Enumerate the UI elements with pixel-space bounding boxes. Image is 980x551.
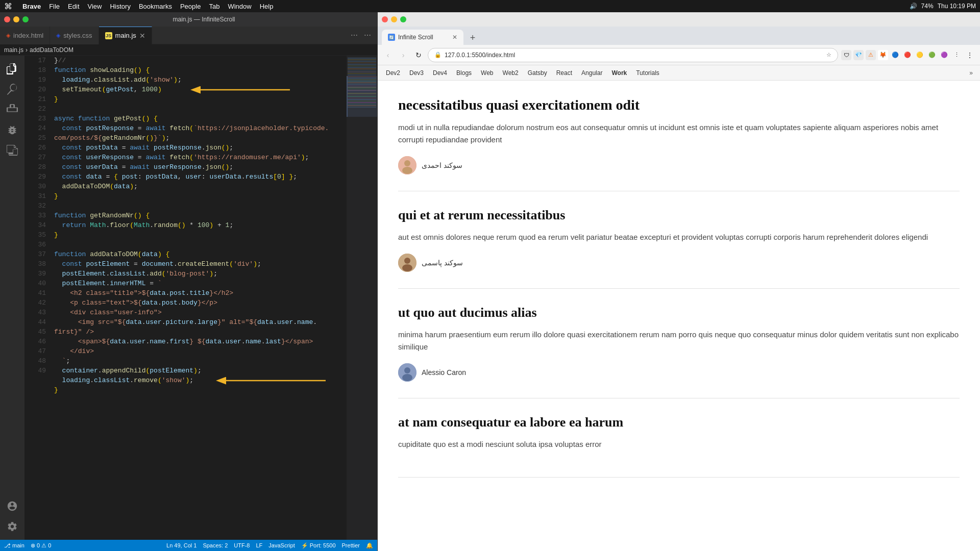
reload-button[interactable]: ↻ bbox=[412, 49, 425, 61]
bookmark-react[interactable]: React bbox=[552, 68, 576, 78]
menu-help[interactable]: Help bbox=[260, 3, 274, 10]
minimap bbox=[347, 56, 377, 540]
bookmark-web2[interactable]: Web2 bbox=[499, 68, 523, 78]
back-button[interactable]: ‹ bbox=[382, 49, 394, 61]
menu-edit[interactable]: Edit bbox=[68, 3, 79, 10]
browser-window: 🔄 Infinite Scroll ✕ + ‹ › ↻ 🔒 127.0.0.1:… bbox=[378, 12, 980, 551]
activity-extensions[interactable] bbox=[3, 141, 21, 160]
new-tab-button[interactable]: + bbox=[465, 31, 480, 45]
forward-button[interactable]: › bbox=[397, 49, 409, 61]
svg-point-6 bbox=[402, 167, 412, 174]
ext-1[interactable]: 🦊 bbox=[878, 50, 888, 60]
language: JavaScript bbox=[268, 542, 295, 549]
line-ending: LF bbox=[256, 542, 263, 549]
apple-menu[interactable]: ⌘ bbox=[4, 2, 12, 11]
datetime: Thu 10:19 PM bbox=[938, 3, 976, 10]
menu-people[interactable]: People bbox=[180, 3, 201, 10]
bookmarks-more-button[interactable]: » bbox=[966, 68, 976, 78]
activity-search[interactable] bbox=[3, 80, 21, 98]
blog-post-4: at nam consequatur ea labore ea harum cu… bbox=[398, 398, 960, 478]
ext-wallet[interactable]: 💎 bbox=[853, 50, 864, 60]
post-2-avatar bbox=[398, 254, 416, 272]
ext-brave-shield[interactable]: 🛡 bbox=[841, 50, 851, 60]
tab-index-html[interactable]: ◈ index.html bbox=[0, 27, 50, 44]
bookmark-dev3[interactable]: Dev3 bbox=[405, 68, 428, 78]
activity-git[interactable] bbox=[3, 101, 21, 119]
activity-settings[interactable] bbox=[3, 517, 21, 536]
code-content: }// function showLoading() { loading.cla… bbox=[50, 56, 347, 540]
bookmark-work[interactable]: Work bbox=[607, 68, 631, 78]
browser-close[interactable] bbox=[382, 16, 388, 22]
chrome-tab-close-icon[interactable]: ✕ bbox=[452, 34, 457, 41]
split-editor-icon[interactable]: ⋯ bbox=[349, 30, 360, 40]
browser-minimize[interactable] bbox=[391, 16, 397, 22]
tab-close-icon[interactable]: ✕ bbox=[139, 32, 145, 39]
bookmark-dev2[interactable]: Dev2 bbox=[382, 68, 404, 78]
post-2-body: aut est omnis dolores neque rerum quod e… bbox=[398, 231, 960, 243]
activity-account[interactable] bbox=[3, 497, 21, 515]
tab-styles-css[interactable]: ◈ styles.css bbox=[50, 27, 99, 44]
tab-main-js[interactable]: JS main.js ✕ bbox=[99, 27, 152, 44]
menu-file[interactable]: File bbox=[49, 3, 60, 10]
tab-styles-label: styles.css bbox=[63, 32, 92, 39]
editor-window: main.js — InfiniteScroll ◈ index.html ◈ … bbox=[0, 12, 378, 551]
tab-actions: ⋯ ⋯ bbox=[349, 30, 377, 40]
tab-main-label: main.js bbox=[115, 32, 136, 39]
ext-5[interactable]: 🟢 bbox=[927, 50, 937, 60]
menu-bookmarks[interactable]: Bookmarks bbox=[139, 3, 172, 10]
post-1-author-name: سوکند احمدی bbox=[422, 161, 462, 169]
ext-3[interactable]: 🔴 bbox=[902, 50, 913, 60]
menu-history[interactable]: History bbox=[110, 3, 130, 10]
close-button[interactable] bbox=[4, 16, 10, 22]
tab-favicon: 🔄 bbox=[388, 34, 395, 41]
bookmark-tutorials[interactable]: Tutorials bbox=[632, 68, 664, 78]
more-actions-icon[interactable]: ⋯ bbox=[362, 30, 373, 40]
ext-2[interactable]: 🔵 bbox=[890, 50, 900, 60]
traffic-lights bbox=[4, 16, 29, 22]
post-4-body: cupiditate quo est a modi nesciunt solut… bbox=[398, 438, 960, 450]
breadcrumb: main.js › addDataToDOM bbox=[0, 44, 377, 56]
line-numbers: 17 18 19 20 21 22 23 24 25 26 27 28 29 3… bbox=[24, 56, 50, 540]
status-bar: ⎇ main ⊗ 0 ⚠ 0 Ln 49, Col 1 Spaces: 2 UT… bbox=[0, 540, 377, 551]
menu-bar: ⌘ Brave File Edit View History Bookmarks… bbox=[0, 0, 980, 12]
minimize-button[interactable] bbox=[13, 16, 19, 22]
status-bar-right: Ln 49, Col 1 Spaces: 2 UTF-8 LF JavaScri… bbox=[166, 542, 373, 549]
blog-post-3: ut quo aut ducimus alias minima harum pr… bbox=[398, 289, 960, 398]
bookmark-blogs[interactable]: Blogs bbox=[452, 68, 476, 78]
ext-6[interactable]: 🟣 bbox=[939, 50, 949, 60]
bookmarks-bar: Dev2 Dev3 Dev4 Blogs Web Web2 Gatsby Rea… bbox=[378, 65, 980, 81]
bookmark-angular[interactable]: Angular bbox=[577, 68, 606, 78]
notifications: 🔔 bbox=[366, 542, 373, 549]
ext-more[interactable]: ⋮ bbox=[951, 50, 962, 60]
app-name: Brave bbox=[22, 3, 41, 10]
address-text: 127.0.0.1:5500/index.html bbox=[445, 52, 515, 59]
battery: 74% bbox=[921, 3, 934, 10]
bookmark-gatsby[interactable]: Gatsby bbox=[524, 68, 551, 78]
post-3-author: Alessio Caron bbox=[398, 363, 960, 382]
activity-debug[interactable] bbox=[3, 121, 21, 139]
browser-maximize[interactable] bbox=[400, 16, 406, 22]
indentation: Spaces: 2 bbox=[203, 542, 228, 549]
menu-view[interactable]: View bbox=[88, 3, 102, 10]
blog-post-1: necessitatibus quasi exercitationem odit… bbox=[398, 81, 960, 191]
ext-4[interactable]: 🟡 bbox=[915, 50, 925, 60]
bookmark-star-icon[interactable]: ☆ bbox=[826, 52, 831, 58]
browser-menu[interactable]: ⋮ bbox=[964, 49, 976, 61]
breadcrumb-separator: › bbox=[26, 46, 28, 54]
menu-bar-right: 🔊 74% Thu 10:19 PM bbox=[910, 3, 976, 10]
post-1-author: سوکند احمدی bbox=[398, 156, 960, 174]
svg-point-11 bbox=[404, 367, 410, 373]
post-2-author-name: سوکند پاسمی bbox=[422, 259, 463, 267]
menu-tab[interactable]: Tab bbox=[209, 3, 219, 10]
bookmark-web[interactable]: Web bbox=[477, 68, 497, 78]
bookmark-dev4[interactable]: Dev4 bbox=[429, 68, 451, 78]
blog-post-2: qui et at rerum necessitatibus aut est o… bbox=[398, 191, 960, 289]
maximize-button[interactable] bbox=[22, 16, 29, 22]
svg-point-9 bbox=[402, 264, 412, 271]
browser-content[interactable]: necessitatibus quasi exercitationem odit… bbox=[378, 81, 980, 551]
menu-window[interactable]: Window bbox=[228, 3, 251, 10]
ext-warning[interactable]: ⚠ bbox=[866, 50, 876, 60]
activity-explorer[interactable] bbox=[3, 60, 21, 78]
address-bar[interactable]: 🔒 127.0.0.1:5500/index.html ☆ bbox=[428, 48, 838, 62]
chrome-tab-active[interactable]: 🔄 Infinite Scroll ✕ bbox=[382, 30, 463, 45]
